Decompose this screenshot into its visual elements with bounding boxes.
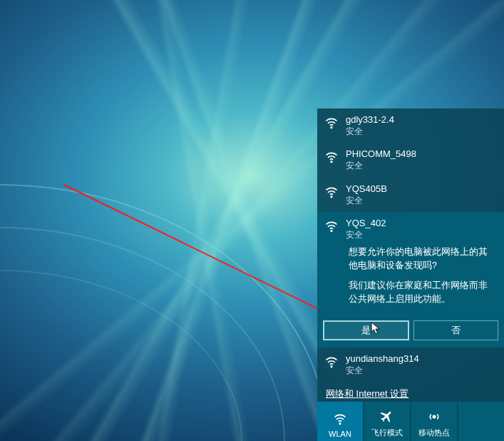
svg-point-6 xyxy=(433,415,435,417)
svg-point-1 xyxy=(331,161,332,163)
wifi-status: 安全 xyxy=(346,161,498,172)
wlan-toggle[interactable]: WLAN xyxy=(317,402,364,441)
wifi-network-list: gdly331-2.4 安全 PHICOMM_5498 安全 YQS405B 安… xyxy=(317,108,504,402)
wifi-name: PHICOMM_5498 xyxy=(346,148,498,161)
yes-button[interactable]: 是 xyxy=(323,320,409,340)
wifi-status: 安全 xyxy=(346,196,498,207)
no-button[interactable]: 否 xyxy=(413,320,498,340)
airplane-label: 飞行模式 xyxy=(371,427,403,438)
annotation-arrow xyxy=(64,184,337,318)
network-settings-link[interactable]: 网络和 Internet 设置 xyxy=(326,387,495,400)
wifi-network-item[interactable]: gdly331-2.4 安全 xyxy=(317,108,504,143)
wifi-status: 安全 xyxy=(346,365,498,377)
yes-button-label: 是 xyxy=(361,324,371,337)
svg-point-5 xyxy=(339,423,341,425)
wifi-status: 安全 xyxy=(346,126,498,138)
hotspot-icon xyxy=(427,409,441,425)
wifi-name: yundianshang314 xyxy=(346,353,498,365)
wifi-icon xyxy=(333,411,347,427)
wifi-status: 安全 xyxy=(346,230,498,241)
svg-point-2 xyxy=(331,196,332,198)
wifi-network-item[interactable]: yundianshang314 安全 xyxy=(317,348,504,382)
hotspot-label: 移动热点 xyxy=(418,427,450,438)
hotspot-toggle[interactable]: 移动热点 xyxy=(411,402,458,441)
wifi-name: gdly331-2.4 xyxy=(346,114,498,126)
wifi-network-item[interactable]: YQS405B 安全 xyxy=(317,178,504,212)
wifi-icon xyxy=(324,150,339,164)
quick-actions-row: WLAN 飞行模式 移动热点 xyxy=(317,402,504,441)
wifi-name: YQS_402 xyxy=(346,218,498,230)
airplane-icon xyxy=(380,409,394,425)
wifi-icon xyxy=(324,116,339,130)
wlan-label: WLAN xyxy=(329,430,351,438)
wifi-icon xyxy=(324,185,339,199)
network-flyout-panel: gdly331-2.4 安全 PHICOMM_5498 安全 YQS405B 安… xyxy=(317,108,504,441)
wifi-icon xyxy=(324,219,339,233)
svg-point-4 xyxy=(331,366,332,368)
airplane-mode-toggle[interactable]: 飞行模式 xyxy=(364,402,411,441)
wifi-icon xyxy=(324,355,339,369)
wifi-name: YQS405B xyxy=(346,183,498,196)
prompt-text-line2: 我们建议你在家庭和工作网络而非公共网络上启用此功能。 xyxy=(349,279,495,306)
prompt-text-line1: 想要允许你的电脑被此网络上的其他电脑和设备发现吗? xyxy=(349,245,495,273)
no-button-label: 否 xyxy=(451,324,461,337)
svg-point-0 xyxy=(331,127,332,128)
network-discovery-prompt: 想要允许你的电脑被此网络上的其他电脑和设备发现吗? 我们建议你在家庭和工作网络而… xyxy=(346,241,498,320)
svg-point-3 xyxy=(331,230,332,232)
wifi-network-item[interactable]: PHICOMM_5498 安全 xyxy=(317,143,504,177)
wifi-network-item-selected[interactable]: YQS_402 安全 想要允许你的电脑被此网络上的其他电脑和设备发现吗? 我们建… xyxy=(317,212,504,320)
